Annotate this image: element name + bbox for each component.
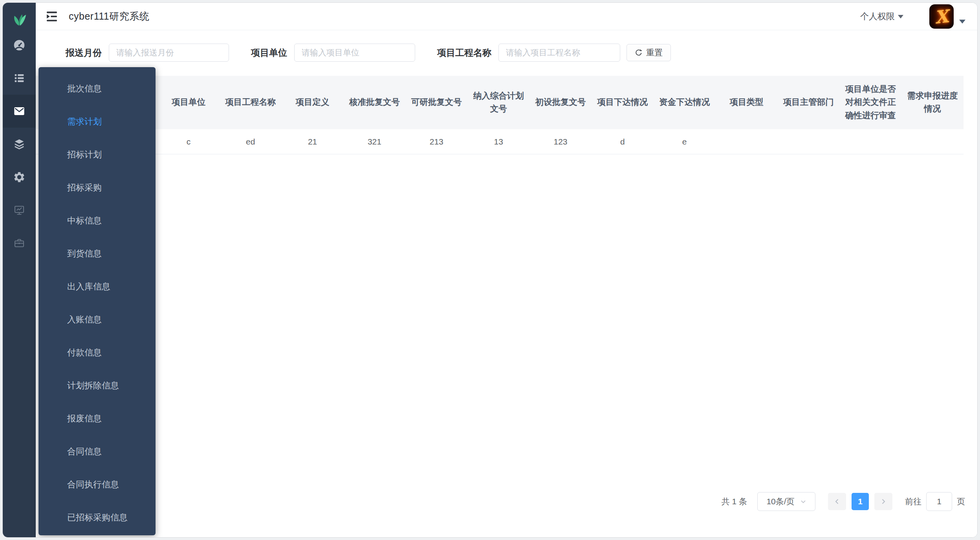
table-cell [839, 129, 901, 154]
menu-item[interactable]: 中标信息 [38, 204, 156, 237]
table-column-header: 项目单位 [158, 76, 220, 129]
table-cell: d [592, 129, 654, 154]
avatar[interactable]: X [929, 4, 954, 29]
goto-page: 前往 页 [905, 492, 965, 511]
filter-label: 报送月份 [66, 47, 102, 59]
table-column-header: 资金下达情况 [654, 76, 716, 129]
table-column-header: 项目定义 [282, 76, 344, 129]
table-column-header: 纳入综合计划文号 [467, 76, 529, 129]
sidebar-item-gear[interactable] [3, 161, 36, 194]
layers-icon [13, 138, 26, 150]
mail-icon [13, 105, 26, 117]
menu-item[interactable]: 需求计划 [38, 105, 156, 138]
table-column-header: 项目主管部门 [777, 76, 839, 129]
menu-item[interactable]: 计划拆除信息 [38, 369, 156, 402]
filter-input-3[interactable] [498, 44, 620, 62]
page-title: cyber111研究系统 [69, 10, 149, 23]
sidebar-item-list[interactable] [3, 62, 36, 95]
sidebar-item-dashboard[interactable] [3, 29, 36, 62]
menu-item[interactable]: 合同信息 [38, 435, 156, 468]
user-permission-dropdown[interactable]: 个人权限 [860, 11, 903, 22]
table-cell: c [158, 129, 220, 154]
user-permission-label: 个人权限 [860, 11, 895, 22]
chevron-right-icon [880, 498, 887, 505]
sidebar-item-mail[interactable] [3, 95, 36, 128]
table-column-header: 需求申报进度情况 [901, 76, 964, 129]
table-cell: e [654, 129, 716, 154]
menu-item[interactable]: 已招标采购信息 [38, 501, 156, 534]
dashboard-icon [13, 39, 26, 51]
table-cell: 13 [467, 129, 529, 154]
goto-unit: 页 [957, 496, 965, 507]
pagination-total: 共 1 条 [722, 496, 747, 507]
sidebar [3, 3, 36, 537]
sidebar-item-layers[interactable] [3, 128, 36, 161]
menu-item[interactable]: 入账信息 [38, 303, 156, 336]
page-size-label: 10条/页 [766, 496, 794, 507]
pagination: 共 1 条 10条/页 1 前往 页 [722, 491, 965, 512]
filter-bar: 报送月份项目单位项目工程名称重置 [66, 41, 671, 64]
table-column-header: 项目类型 [716, 76, 778, 129]
sidebar-nav [3, 29, 36, 260]
table-cell [716, 129, 778, 154]
reset-button[interactable]: 重置 [626, 44, 671, 61]
menu-item[interactable]: 出入库信息 [38, 270, 156, 303]
table-column-header: 项目单位是否对相关文件正确性进行审查 [839, 76, 901, 129]
prev-page-button[interactable] [828, 493, 846, 510]
refresh-icon [635, 49, 643, 57]
list-icon [13, 72, 26, 84]
table-column-header: 初设批复文号 [529, 76, 592, 129]
table-column-header: 项目下达情况 [592, 76, 654, 129]
table-column-header: 项目工程名称 [220, 76, 282, 129]
next-page-button[interactable] [874, 493, 892, 510]
table-cell: 213 [405, 129, 467, 154]
leaf-logo-icon [3, 7, 36, 29]
chevron-down-icon [800, 498, 806, 505]
monitor-chart-icon [13, 204, 25, 216]
table-column-header: 核准批复文号 [344, 76, 406, 129]
gear-icon [13, 171, 26, 183]
sidebar-item-monitor-chart[interactable] [3, 194, 36, 227]
submenu-flyout: 批次信息需求计划招标计划招标采购中标信息到货信息出入库信息入账信息付款信息计划拆… [38, 67, 156, 535]
reset-label: 重置 [646, 47, 663, 58]
user-area: 个人权限 X [860, 3, 965, 30]
goto-label: 前往 [905, 496, 921, 507]
table-cell [777, 129, 839, 154]
sidebar-item-briefcase[interactable] [3, 227, 36, 260]
menu-item[interactable]: 合同执行信息 [38, 468, 156, 501]
table-cell: 123 [529, 129, 592, 154]
menu-item[interactable]: 招标计划 [38, 138, 156, 171]
menu-item[interactable]: 批次信息 [38, 72, 156, 105]
avatar-letter: X [934, 6, 949, 27]
table-cell: ed [220, 129, 282, 154]
menu-item[interactable]: 到货信息 [38, 237, 156, 270]
filter-label: 项目单位 [251, 47, 287, 59]
table-cell: 321 [344, 129, 406, 154]
briefcase-icon [13, 237, 25, 249]
top-bar: cyber111研究系统 个人权限 X [36, 3, 977, 30]
hamburger-icon[interactable] [46, 11, 58, 22]
table-column-header: 可研批复文号 [405, 76, 467, 129]
filter-input-1[interactable] [109, 44, 229, 62]
menu-item[interactable]: 报废信息 [38, 402, 156, 435]
table-row: ced2132121313123de [36, 129, 964, 154]
menu-item[interactable]: 招标采购 [38, 171, 156, 204]
avatar-caret-down-icon [959, 20, 965, 24]
data-table: 项目单位项目工程名称项目定义核准批复文号可研批复文号纳入综合计划文号初设批复文号… [36, 76, 964, 154]
main-content: cyber111研究系统 个人权限 X 报送月份项目单位项目工程名称重置 项目单… [36, 3, 977, 537]
table-body: ced2132121313123de [36, 129, 964, 154]
page-size-select[interactable]: 10条/页 [757, 492, 815, 511]
table-cell [901, 129, 964, 154]
filter-input-2[interactable] [294, 44, 415, 62]
filter-label: 项目工程名称 [437, 47, 491, 59]
table-cell: 21 [282, 129, 344, 154]
page-numbers: 1 [852, 493, 874, 510]
page-number-button[interactable]: 1 [852, 493, 869, 510]
app-window: cyber111研究系统 个人权限 X 报送月份项目单位项目工程名称重置 项目单… [2, 2, 978, 538]
table-header-row: 项目单位项目工程名称项目定义核准批复文号可研批复文号纳入综合计划文号初设批复文号… [36, 76, 964, 129]
menu-item[interactable]: 付款信息 [38, 336, 156, 369]
goto-page-input[interactable] [926, 492, 952, 511]
chevron-left-icon [834, 498, 840, 505]
chevron-down-icon [898, 15, 903, 18]
